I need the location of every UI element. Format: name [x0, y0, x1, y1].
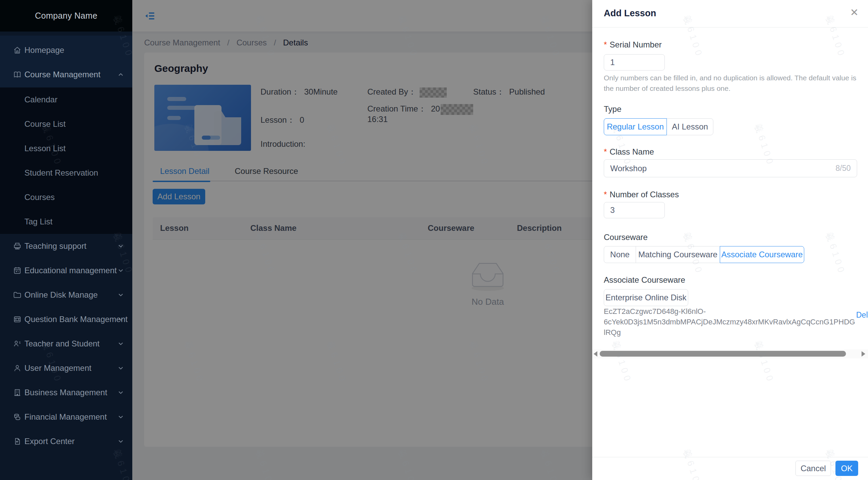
sidebar-item-label: Homepage — [24, 45, 64, 55]
sidebar-item-calendar[interactable]: Calendar — [0, 87, 132, 112]
chevron-down-icon — [117, 413, 124, 421]
chevron-down-icon — [117, 389, 124, 396]
sidebar-item-export-center[interactable]: Export Center — [0, 429, 132, 454]
drawer-title: Add Lesson — [604, 8, 656, 19]
sidebar-item-label: Calendar — [24, 95, 57, 104]
sidebar-item-online-disk-manage[interactable]: Online Disk Manage — [0, 283, 132, 307]
sidebar: Company Name Homepage Course Management … — [0, 0, 132, 480]
export-document-icon — [13, 437, 22, 446]
sidebar-item-student-reservation[interactable]: Student Reservation — [0, 161, 132, 185]
number-of-classes-label: Number of Classes — [604, 190, 679, 199]
chevron-down-icon — [117, 364, 124, 372]
chevron-down-icon — [117, 291, 124, 299]
type-segmented-control: Regular Lesson AI Lesson — [604, 118, 713, 135]
type-option-regular-lesson[interactable]: Regular Lesson — [604, 118, 667, 135]
sidebar-item-teaching-support[interactable]: Teaching support — [0, 234, 132, 258]
chevron-down-icon — [117, 316, 124, 323]
printer-icon — [13, 242, 22, 251]
class-name-label: Class Name — [604, 147, 654, 157]
book-icon — [13, 70, 22, 79]
user-icon — [13, 364, 22, 373]
sidebar-item-label: Lesson List — [24, 144, 65, 153]
sidebar-item-courses[interactable]: Courses — [0, 185, 132, 209]
associated-file-id: EcZT2aCzgwc7D648g-Kl6nlO-6cYek0D3js1M5n3… — [604, 306, 856, 338]
calendar-check-icon — [13, 266, 22, 275]
close-icon[interactable]: ✕ — [850, 7, 859, 18]
coins-icon — [13, 413, 22, 421]
enterprise-online-disk-button[interactable]: Enterprise Online Disk — [604, 289, 688, 306]
scrollbar-left-arrow[interactable] — [594, 351, 597, 357]
serial-number-value: 1 — [610, 58, 615, 67]
teacher-student-icon — [13, 339, 22, 348]
courseware-option-matching[interactable]: Matching Courseware — [636, 246, 720, 263]
sidebar-item-label: Courses — [24, 193, 55, 202]
sidebar-item-label: Export Center — [24, 437, 75, 446]
chevron-down-icon — [117, 242, 124, 250]
drawer-header-divider — [592, 27, 868, 27]
sidebar-item-label: Teaching support — [24, 241, 86, 251]
chevron-up-icon — [117, 71, 124, 78]
delete-link[interactable]: Delete — [856, 311, 868, 320]
company-name: Company Name — [35, 11, 97, 21]
courseware-option-none[interactable]: None — [604, 246, 636, 263]
chevron-down-icon — [117, 438, 124, 445]
page: Company Name Homepage Course Management … — [0, 0, 868, 480]
sidebar-item-educational-management[interactable]: Educational management — [0, 258, 132, 283]
sidebar-item-label: User Management — [24, 363, 91, 373]
sidebar-item-label: Question Bank Management — [24, 315, 128, 324]
question-bank-icon — [13, 315, 22, 324]
sidebar-item-homepage[interactable]: Homepage — [0, 38, 132, 62]
type-label: Type — [604, 104, 621, 114]
ok-button[interactable]: OK — [835, 461, 858, 476]
class-name-value: Workshop — [610, 164, 647, 173]
sidebar-item-label: Teacher and Student — [24, 339, 100, 348]
serial-number-input[interactable]: 1 — [604, 54, 665, 71]
home-icon — [13, 46, 22, 55]
courseware-label: Courseware — [604, 233, 648, 242]
scrollbar-right-arrow[interactable] — [862, 351, 865, 357]
sidebar-item-lesson-list[interactable]: Lesson List — [0, 136, 132, 161]
drawer-mask-overlay[interactable] — [132, 0, 592, 480]
sidebar-item-teacher-and-student[interactable]: Teacher and Student — [0, 332, 132, 356]
courseware-option-associate[interactable]: Associate Courseware — [720, 246, 804, 263]
scrollbar-thumb[interactable] — [600, 351, 846, 357]
building-icon — [13, 388, 22, 397]
sidebar-item-user-management[interactable]: User Management — [0, 356, 132, 380]
chevron-down-icon — [117, 267, 124, 274]
class-name-input[interactable]: Workshop 8/50 — [604, 159, 857, 177]
sidebar-item-label: Tag List — [24, 217, 53, 226]
courseware-segmented-control: None Matching Courseware Associate Cours… — [604, 246, 804, 263]
character-counter: 8/50 — [835, 164, 851, 173]
chevron-down-icon — [117, 340, 124, 347]
serial-number-hint: Only numbers can be filled in, and no du… — [604, 73, 861, 94]
folder-icon — [13, 291, 22, 299]
sidebar-item-label: Educational management — [24, 266, 117, 275]
sidebar-item-tag-list[interactable]: Tag List — [0, 209, 132, 234]
sidebar-item-label: Course List — [24, 119, 65, 129]
horizontal-scrollbar — [592, 349, 868, 358]
cancel-button[interactable]: Cancel — [795, 461, 831, 476]
type-option-ai-lesson[interactable]: AI Lesson — [667, 118, 713, 135]
drawer-footer: Cancel OK — [592, 457, 868, 480]
sidebar-item-label: Financial Management — [24, 412, 107, 422]
add-lesson-drawer: Add Lesson ✕ Serial Number 1 Only number… — [592, 0, 868, 480]
sidebar-item-question-bank-management[interactable]: Question Bank Management — [0, 307, 132, 332]
company-logo: Company Name — [0, 0, 132, 32]
sidebar-item-label: Student Reservation — [24, 168, 98, 178]
sidebar-item-course-management[interactable]: Course Management — [0, 62, 132, 87]
number-of-classes-input[interactable]: 3 — [604, 202, 665, 218]
sidebar-item-label: Online Disk Manage — [24, 290, 98, 300]
serial-number-label: Serial Number — [604, 40, 662, 49]
associate-courseware-label: Associate Courseware — [604, 275, 685, 285]
sidebar-item-course-list[interactable]: Course List — [0, 112, 132, 136]
sidebar-item-business-management[interactable]: Business Management — [0, 380, 132, 405]
sidebar-item-label: Business Management — [24, 388, 107, 397]
sidebar-item-label: Course Management — [24, 70, 100, 79]
number-of-classes-value: 3 — [610, 205, 615, 215]
sidebar-item-financial-management[interactable]: Financial Management — [0, 405, 132, 429]
